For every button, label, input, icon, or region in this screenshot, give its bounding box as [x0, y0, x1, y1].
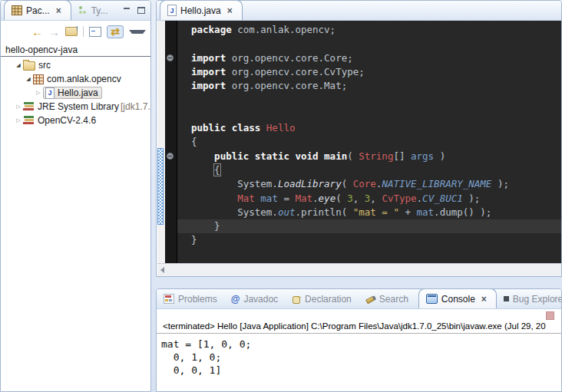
forward-icon[interactable]	[48, 26, 60, 38]
code-line-10: public static void main( String[] args )	[177, 150, 561, 163]
code-line-6	[177, 93, 561, 107]
code-token: out	[278, 206, 296, 218]
code-token: args	[411, 150, 434, 162]
code-token: }	[191, 220, 220, 232]
code-token	[191, 150, 214, 162]
collapsed-arrow-icon[interactable]	[34, 90, 43, 96]
problems-icon	[164, 294, 174, 304]
console-title: <terminated> Hello [Java Application] C:…	[157, 321, 561, 334]
code-token: Mat	[237, 193, 255, 204]
code-token: package	[191, 24, 232, 35]
code-token: NATIVE_LIBRARY_NAME	[382, 178, 491, 189]
eclipse-window: Pac...Ty... hello-opencv-javasrccom.anla…	[0, 0, 562, 392]
minimize-icon[interactable]	[123, 6, 131, 14]
editor-body[interactable]: package com.anlak.opencv;import org.open…	[157, 21, 561, 265]
console-output: mat = [1, 0, 0; 0, 1, 0; 0, 0, 1]	[157, 334, 561, 377]
code-token: System.	[191, 178, 278, 189]
collapsed-arrow-icon[interactable]	[14, 117, 23, 124]
code-token: String	[359, 150, 393, 162]
console-panel: ProblemsJavadocDeclarationSearchConsoleB…	[156, 288, 562, 392]
view-window-buttons	[123, 6, 146, 14]
tab-bug-explorer[interactable]: Bug Explorer	[497, 289, 562, 308]
code-token: ,	[353, 193, 365, 204]
tab-label: Bug Explorer	[513, 294, 562, 305]
code-token: =	[278, 193, 296, 204]
tab-pac[interactable]: Pac...	[4, 0, 71, 20]
scroll-left-icon[interactable]	[160, 267, 164, 273]
code-token: +	[399, 206, 417, 218]
terminate-icon[interactable]	[546, 311, 554, 320]
tab-label: Console	[441, 294, 475, 305]
code-line-5: import org.opencv.core.Mat;	[177, 79, 561, 93]
tree-item-jre-system-library[interactable]: JRE System Library [jdk1.7.0_25]	[1, 100, 150, 114]
go-up-icon[interactable]	[65, 27, 78, 36]
tab-hello-java[interactable]: Hello.java	[160, 0, 243, 20]
editor-horizontal-scrollbar[interactable]	[157, 263, 561, 276]
tab-ty[interactable]: Ty...	[71, 1, 115, 20]
code-token: (	[336, 193, 347, 204]
code-token: org.opencv.core.Core;	[226, 52, 353, 64]
tab-javadoc[interactable]: Javadoc	[224, 289, 285, 308]
collapse-all-icon[interactable]	[89, 27, 101, 37]
console-toolbar	[157, 309, 561, 321]
fold-collapse-icon[interactable]	[167, 54, 174, 61]
editor-gutter	[165, 21, 177, 265]
tab-label: Hello.java	[180, 5, 221, 16]
tree-item-label: src	[38, 60, 51, 71]
java-file-icon	[45, 87, 55, 99]
code-token: .println(	[295, 206, 352, 218]
tab-console[interactable]: Console	[418, 288, 497, 308]
library-icon	[23, 116, 35, 125]
close-icon[interactable]	[54, 5, 64, 16]
view-menu-icon[interactable]	[129, 30, 146, 34]
tree-item-hello-java[interactable]: Hello.java	[1, 86, 150, 100]
code-token: []	[393, 150, 411, 162]
code-token: Mat	[295, 193, 312, 204]
code-token: )	[434, 150, 445, 162]
code-line-2	[177, 37, 561, 51]
code-token: Core	[353, 178, 376, 189]
maximize-icon[interactable]	[137, 6, 146, 14]
tab-problems[interactable]: Problems	[157, 289, 224, 308]
expanded-arrow-icon[interactable]	[14, 62, 23, 68]
close-icon[interactable]	[479, 294, 489, 305]
code-token: CvType	[382, 193, 416, 204]
code-line-11: {	[177, 163, 561, 177]
tree-item-com-anlak-opencv[interactable]: com.anlak.opencv	[1, 72, 150, 86]
tab-search[interactable]: Search	[359, 289, 415, 308]
tab-declaration[interactable]: Declaration	[285, 289, 359, 308]
code-token: mat	[417, 206, 435, 218]
code-token: "mat = "	[353, 206, 399, 218]
explorer-tree: hello-opencv-javasrccom.anlak.opencvHell…	[1, 41, 150, 127]
code-line-1: package com.anlak.opencv;	[177, 23, 561, 37]
package-icon	[33, 74, 44, 84]
explorer-toolbar	[1, 21, 150, 41]
code-line-14: System.out.println( "mat = " + mat.dump(…	[177, 206, 561, 219]
fold-collapse-icon[interactable]	[167, 153, 174, 160]
tree-item-label: hello-opencv-java	[5, 44, 78, 55]
tree-item-label: com.anlak.opencv	[47, 74, 121, 84]
link-with-editor-icon[interactable]	[107, 25, 124, 38]
tree-item-src[interactable]: src	[1, 58, 150, 72]
back-icon[interactable]	[31, 26, 43, 38]
declaration-icon	[292, 295, 301, 304]
code-line-16: }	[177, 233, 561, 247]
collapsed-arrow-icon[interactable]	[14, 104, 23, 110]
close-icon[interactable]	[225, 5, 235, 16]
code-token: public class	[191, 122, 260, 133]
tree-item-hello-opencv-java[interactable]: hello-opencv-java	[1, 44, 150, 57]
code-token: .	[417, 193, 423, 204]
code-token: }	[191, 234, 197, 245]
code-token: import	[191, 52, 226, 64]
tree-item-opencv-2-4-6[interactable]: OpenCV-2.4.6	[1, 114, 150, 127]
code-token	[191, 164, 214, 176]
code-token	[191, 193, 237, 204]
expanded-arrow-icon[interactable]	[24, 76, 33, 82]
toolbar-separator	[83, 26, 84, 37]
explorer-tabbar: Pac...Ty...	[1, 1, 150, 21]
tab-label: Ty...	[91, 5, 108, 16]
code-line-3: import org.opencv.core.Core;	[177, 51, 561, 65]
range-indicator	[157, 148, 164, 225]
code-area[interactable]: package com.anlak.opencv;import org.open…	[177, 21, 561, 265]
selected-item-box: Hello.java	[43, 87, 102, 99]
